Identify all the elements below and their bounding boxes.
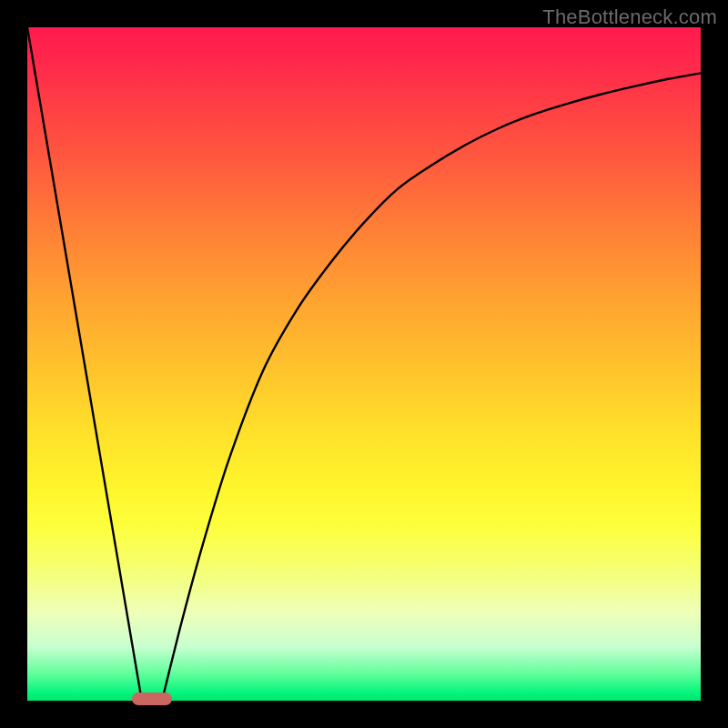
plot-area	[27, 27, 701, 701]
bottleneck-curve	[27, 27, 701, 701]
chart-frame: TheBottleneck.com	[0, 0, 728, 728]
curve-layer	[27, 27, 701, 701]
optimal-marker	[132, 693, 172, 705]
watermark-text: TheBottleneck.com	[542, 5, 717, 29]
